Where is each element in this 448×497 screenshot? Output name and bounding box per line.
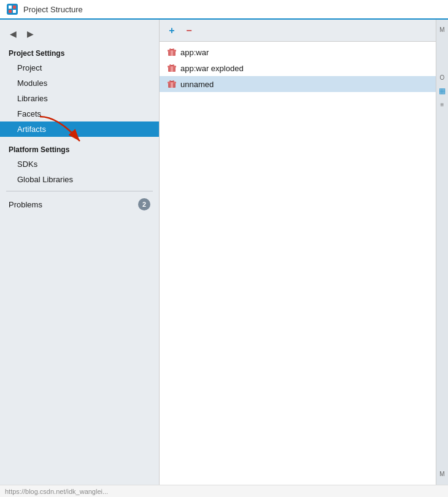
artifact-label: app:war — [180, 48, 209, 57]
divider — [6, 191, 153, 191]
svg-rect-22 — [172, 80, 174, 82]
svg-rect-7 — [171, 50, 173, 56]
svg-rect-19 — [171, 82, 173, 88]
svg-rect-2 — [13, 6, 16, 9]
strip-bottom: M — [438, 469, 447, 479]
strip-item-2: O — [438, 72, 447, 82]
package-exploded-icon — [167, 63, 177, 73]
artifact-toolbar: + − — [160, 20, 436, 42]
sidebar-item-global-libraries[interactable]: Global Libraries — [0, 172, 159, 187]
strip-item-1: M — [438, 25, 447, 34]
strip-item-3: ▦ — [438, 86, 447, 96]
package-icon — [167, 47, 177, 57]
platform-settings-header: Platform Settings — [0, 142, 159, 156]
main-layout: ◀ ▶ Project Settings Project Modules Lib… — [0, 20, 448, 497]
problems-row[interactable]: Problems 2 — [0, 195, 159, 214]
sidebar-item-libraries[interactable]: Libraries — [0, 91, 159, 106]
add-artifact-button[interactable]: + — [164, 23, 179, 38]
url-text: https://blog.csdn.net/idk_wanglei... — [5, 488, 108, 495]
svg-rect-1 — [9, 6, 12, 9]
remove-artifact-button[interactable]: − — [182, 23, 196, 38]
sidebar-item-project[interactable]: Project — [0, 60, 159, 75]
svg-rect-13 — [171, 66, 173, 72]
svg-rect-4 — [13, 10, 16, 13]
svg-rect-10 — [172, 48, 174, 50]
svg-rect-16 — [172, 64, 174, 66]
title-bar: Project Structure — [0, 0, 448, 20]
window-title: Project Structure — [23, 5, 83, 14]
app-logo — [6, 3, 18, 15]
problems-badge: 2 — [138, 198, 150, 210]
sidebar-item-artifacts[interactable]: Artifacts — [0, 121, 159, 137]
right-panel: + − app:war — [160, 20, 436, 497]
nav-back-forward: ◀ ▶ — [0, 25, 159, 45]
sidebar: ◀ ▶ Project Settings Project Modules Lib… — [0, 20, 160, 497]
svg-rect-9 — [169, 48, 171, 50]
svg-rect-3 — [9, 10, 12, 13]
url-bar: https://blog.csdn.net/idk_wanglei... — [0, 485, 448, 497]
far-right-strip: M O ▦ ≡ M — [436, 20, 448, 497]
svg-rect-0 — [7, 4, 18, 15]
strip-item-4: ≡ — [438, 99, 447, 109]
package-unnamed-icon — [167, 79, 177, 89]
sidebar-item-sdks[interactable]: SDKs — [0, 156, 159, 172]
sidebar-navigation: ◀ ▶ Project Settings Project Modules Lib… — [0, 20, 159, 216]
artifact-item-unnamed[interactable]: unnamed — [160, 76, 436, 92]
forward-button[interactable]: ▶ — [23, 27, 37, 40]
back-button[interactable]: ◀ — [6, 27, 20, 40]
artifact-item-appwar-exploded[interactable]: app:war exploded — [160, 60, 436, 76]
sidebar-item-facets[interactable]: Facets — [0, 106, 159, 121]
svg-rect-15 — [169, 64, 171, 66]
artifact-item-appwar[interactable]: app:war — [160, 44, 436, 60]
project-settings-header: Project Settings — [0, 45, 159, 60]
artifact-label: unnamed — [180, 80, 214, 89]
artifact-label: app:war exploded — [180, 64, 244, 73]
problems-label: Problems — [9, 200, 42, 209]
artifact-list: app:war app:war exploded — [160, 42, 436, 94]
svg-rect-21 — [169, 80, 171, 82]
sidebar-item-modules[interactable]: Modules — [0, 75, 159, 91]
strip-item-m-bottom: M — [438, 469, 447, 479]
